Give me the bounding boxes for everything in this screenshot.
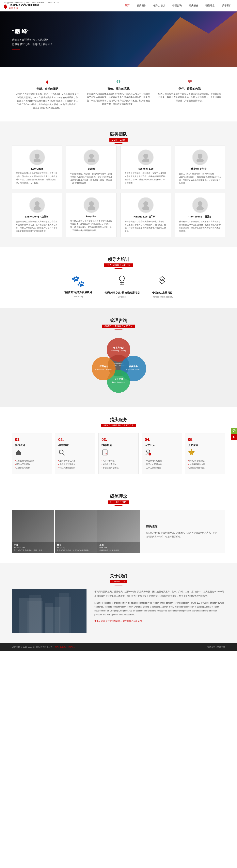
- logo-name: LEADME CONSULTING: [9, 4, 39, 7]
- hh-list-item-1-0: 定向寻访核心人才: [58, 459, 92, 463]
- svg-point-8: [35, 201, 40, 206]
- philosophy-title: 砺美理念: [12, 494, 225, 499]
- svg-rect-34: [16, 453, 21, 455]
- about-title: 关于我们: [12, 573, 225, 579]
- hh-title-3: 人才引入: [145, 443, 179, 447]
- svg-text:人才评鉴: 人才评鉴: [114, 378, 123, 380]
- consulting-title: 管理咨询: [12, 318, 225, 323]
- footer-icp-link[interactable]: 闽ICP备17013490号-1: [55, 646, 75, 648]
- svg-marker-45: [188, 450, 194, 455]
- training-items: 🐾 "翻腾道"领导力发展项目 Leadership "职场精英之道"软技能发展项…: [12, 275, 225, 298]
- nav-home[interactable]: 首页: [123, 3, 131, 8]
- team-desc-5: 拥有MBA学位，曾在多家知名外资企业担任高级管理职务，具有丰富的业务运营和人才发…: [70, 219, 112, 232]
- hero-line-decoration: [12, 50, 20, 50]
- nav-headhunter[interactable]: 猎头服务: [187, 3, 200, 8]
- hh-list-item-4-2: 后续关系维护服务: [188, 466, 222, 470]
- training-icon-2: [152, 275, 173, 288]
- feature-icon-1: ♦: [16, 79, 79, 85]
- logo-text-block: LEADME CONSULTING 砺美咨询: [9, 4, 39, 10]
- nav-about[interactable]: 关于我们: [220, 3, 233, 8]
- svg-point-0: [35, 154, 40, 158]
- svg-point-42: [147, 450, 150, 453]
- headhunter-divider: [114, 429, 123, 429]
- training-en-1: Soft skill: [104, 296, 140, 298]
- phil-en-3: Effective: [99, 547, 138, 549]
- hh-icon-1: [58, 449, 92, 457]
- hh-list-item-1-1: 目标人才资源整合: [58, 463, 92, 466]
- team-desc-1: 中国知名教练、培训师，拥有MBA管理学，历任大型国企及跨国企业高管职务，在企业管…: [70, 172, 112, 185]
- nav-philosophy[interactable]: 砺美理念: [204, 3, 216, 8]
- team-divider: [114, 143, 123, 144]
- svg-text:领导力培训: 领导力培训: [113, 346, 124, 349]
- phil-image-1: 专业 Professional 我们专注于专业领域内、质量、可靠。: [12, 510, 54, 553]
- wechat-button[interactable]: [231, 428, 237, 434]
- hh-list-item-0-1: 薪资水平与绩效: [15, 463, 49, 466]
- team-desc-6: 资深猎头顾问，专注于大湾区中高端人才寻访，历任多家知名猎头公司高级顾问，在消费品…: [125, 220, 167, 233]
- consulting-diagram-wrapper: Enterprise Focus of Leadme Consulting 领导…: [12, 334, 225, 397]
- hh-list-item-0-0: 工作分析与岗位设计: [15, 459, 49, 463]
- phil-img-label-2: 简洁 Simplicity 去繁从简直到精准，超越形式的极简服务。: [55, 542, 97, 553]
- headhunter-items: 01. 岗位设计 工作分析与岗位设计 薪资水平与绩效 人才队伍与规划 02. 导…: [12, 433, 225, 474]
- nav-training[interactable]: 领导力培训: [152, 3, 167, 8]
- hh-title-1: 导向搜索: [58, 443, 92, 447]
- team-name-2: Recheall Lee: [125, 167, 167, 170]
- svg-rect-47: [27, 601, 43, 633]
- svg-text:猎头服务: 猎头服务: [129, 365, 138, 368]
- philosophy-section: 砺美理念 PHILOSOPHY 专业 Professional 我们专注于专业领…: [0, 484, 237, 563]
- hh-list-item-4-1: 人才保留解决方案: [188, 463, 222, 466]
- about-sub-badge: ABOUT US: [110, 580, 128, 583]
- consulting-section: 管理咨询 CONSULTING SYSTEM Enterprise Focus …: [0, 308, 237, 407]
- hh-num-3: 04.: [145, 437, 179, 442]
- svg-point-14: [198, 201, 203, 206]
- svg-point-2: [89, 154, 94, 158]
- svg-point-7: [196, 158, 204, 162]
- feature-title-2: 有效、深入的实践: [87, 87, 150, 91]
- feature-icon-3: ❤: [158, 79, 221, 85]
- hh-list-item-3-2: 人才入职全程服务: [145, 466, 179, 470]
- phil-desc-2: 去繁从简直到精准，超越形式的极简服务。: [57, 549, 95, 552]
- nav-consulting[interactable]: 管理咨询: [170, 3, 183, 8]
- team-section: 砺美团队 OUR TEAM Leo Chen 历任知名跨国企业多家高级管理顾问，…: [0, 121, 237, 247]
- phone-button[interactable]: [231, 434, 237, 440]
- svg-point-3: [88, 158, 95, 162]
- philosophy-text-block: 砺美理念 我们致力于为客户提供最专业、高效的人才发展与管理咨询解决方案，以简洁高…: [140, 510, 225, 553]
- about-more-link[interactable]: 更多人才与人才管理的内容，请关注我们的公众号。: [95, 620, 225, 623]
- svg-text:Management Consulting: Management Consulting: [95, 368, 112, 370]
- hh-icon-4: [188, 449, 222, 457]
- training-sub-badge: TRAINING SYSTEM: [104, 264, 133, 267]
- team-avatar-1: [83, 150, 99, 165]
- phil-img-label-3: 高效 Effective 超越期望的人才服务效率。: [97, 542, 140, 553]
- svg-point-6: [198, 154, 203, 158]
- phil-right-heading: 砺美理念: [146, 525, 219, 528]
- svg-text:Headhunter Service: Headhunter Service: [126, 368, 140, 370]
- svg-point-1: [33, 158, 41, 162]
- svg-line-37: [62, 453, 64, 455]
- team-card-7: Arion Wong（香港） 香港资深人才管理顾问，在人才招聘和高管搜寻领域有超…: [175, 193, 225, 237]
- hh-list-1: 定向寻访核心人才 目标人才资源整合 行业人才地图绘制: [58, 459, 92, 470]
- hero-line2: 也愿如攀登之峰，助您打开崭新页！: [12, 42, 53, 46]
- hh-title-4: 人才保留: [188, 443, 222, 447]
- about-image: [12, 589, 86, 633]
- hh-list-item-2-0: 人才背景调查: [102, 459, 135, 463]
- team-avatar-7: [192, 197, 208, 213]
- hh-item-3: 04. 人才引入 + 专业录用方案制定 管理人才背调核实 人才入职全程服务: [141, 433, 182, 474]
- phil-en-2: Simplicity: [57, 547, 95, 549]
- training-title-1: "职场精英之道"软技能发展项目: [104, 291, 140, 294]
- hh-num-1: 02.: [58, 437, 92, 442]
- phil-desc-3: 超越期望的人才服务效率。: [99, 549, 138, 552]
- logo-bar-3: [6, 5, 7, 8]
- philosophy-images: 专业 Professional 我们专注于专业领域内、质量、可靠。 简洁 Sim…: [12, 510, 140, 553]
- nav-team[interactable]: 砺美团队: [135, 3, 148, 8]
- hh-list-2: 人才背景调查 候选人综合评估 专业技能评估测试: [102, 459, 135, 470]
- phil-image-2: 简洁 Simplicity 去繁从简直到精准，超越形式的极简服务。: [55, 510, 97, 553]
- team-desc-7: 香港资深人才管理顾问，在人才招聘和高管搜寻领域有超过15年的从业经验，熟悉香港及…: [179, 220, 221, 233]
- svg-point-15: [196, 206, 204, 210]
- training-title-2: 专业能力发展项目: [152, 291, 173, 294]
- training-item-2: 专业能力发展项目 Professional Specialty: [152, 275, 173, 298]
- team-name-4: Emily Dong（上海）: [16, 215, 58, 218]
- consulting-sub-badge: CONSULTING SYSTEM: [102, 324, 135, 328]
- footer: Copyright © 2015-2023 厦门迪迈咨询有限公司 闽ICP备17…: [0, 643, 237, 651]
- phil-right-desc: 我们致力于为客户提供最专业、高效的人才发展与管理咨询解决方案，以简洁高效的工作方…: [146, 531, 219, 539]
- feature-desc-3: 砺美，坚信追求卓越并不孤独，不要因为复杂而放弃。不论业务还是服务，我都是您最可靠…: [158, 92, 221, 102]
- feature-team: ♦ 创新、卓越的团队 砺美的人力资本来自于上海、北京、广东和厦门，具备覆盖多个行…: [12, 74, 83, 114]
